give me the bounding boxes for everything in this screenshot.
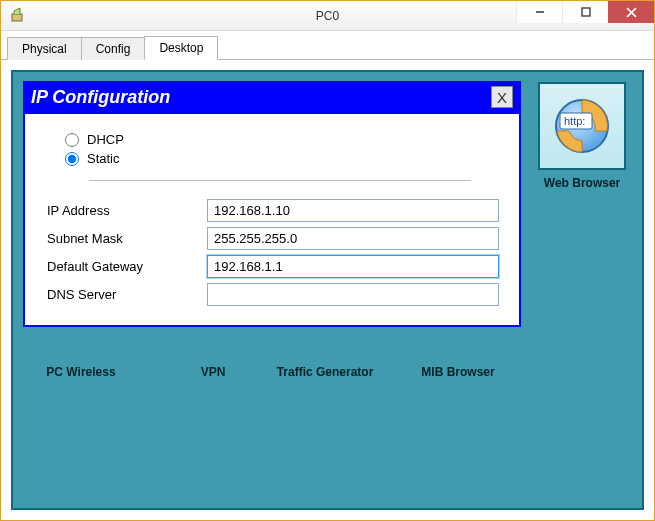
default-gateway-row: Default Gateway (43, 255, 501, 278)
desktop-icon-pc-wireless[interactable]: PC Wireless (31, 365, 131, 381)
svg-rect-0 (12, 14, 22, 21)
window-controls (516, 1, 654, 23)
divider (89, 180, 471, 181)
vpn-label: VPN (201, 365, 226, 381)
dns-server-label: DNS Server (43, 287, 207, 302)
ip-configuration-dialog: IP Configuration X DHCP Static IP Addres… (23, 81, 521, 327)
http-badge-text: http: (564, 115, 585, 127)
tab-physical[interactable]: Physical (7, 37, 82, 60)
web-browser-icon: http: (538, 82, 626, 170)
tab-strip: Physical Config Desktop (1, 31, 654, 60)
pc-wireless-label: PC Wireless (46, 365, 115, 381)
traffic-generator-label: Traffic Generator (277, 365, 374, 381)
static-label: Static (87, 151, 120, 166)
subnet-mask-input[interactable] (207, 227, 499, 250)
dialog-body: DHCP Static IP Address Subnet Mask Defau… (25, 114, 519, 325)
static-option[interactable]: Static (65, 151, 501, 166)
app-icon (7, 5, 29, 27)
dhcp-radio[interactable] (65, 133, 79, 147)
dns-server-row: DNS Server (43, 283, 501, 306)
ip-address-input[interactable] (207, 199, 499, 222)
static-radio[interactable] (65, 152, 79, 166)
desktop-icon-traffic-generator[interactable]: Traffic Generator (275, 365, 375, 381)
desktop-icon-web-browser[interactable]: http: Web Browser (532, 82, 632, 192)
dialog-title: IP Configuration (31, 87, 170, 108)
dns-server-input[interactable] (207, 283, 499, 306)
desktop-area: IP Configuration X DHCP Static IP Addres… (11, 70, 644, 510)
subnet-mask-row: Subnet Mask (43, 227, 501, 250)
web-browser-label: Web Browser (544, 176, 620, 192)
dialog-titlebar: IP Configuration X (25, 83, 519, 114)
desktop-icon-vpn[interactable]: VPN (163, 365, 263, 381)
minimize-button[interactable] (516, 1, 562, 23)
subnet-mask-label: Subnet Mask (43, 231, 207, 246)
tab-config[interactable]: Config (81, 37, 146, 60)
dhcp-label: DHCP (87, 132, 124, 147)
desktop-icon-mib-browser[interactable]: MIB Browser (408, 365, 508, 381)
dialog-close-button[interactable]: X (491, 86, 513, 108)
desktop-container: IP Configuration X DHCP Static IP Addres… (1, 60, 654, 520)
window-titlebar: PC0 (1, 1, 654, 31)
maximize-button[interactable] (562, 1, 608, 23)
default-gateway-input[interactable] (207, 255, 499, 278)
mib-browser-label: MIB Browser (421, 365, 494, 381)
dhcp-option[interactable]: DHCP (65, 132, 501, 147)
tab-desktop[interactable]: Desktop (144, 36, 218, 60)
svg-rect-2 (582, 8, 590, 16)
close-button[interactable] (608, 1, 654, 23)
ip-address-label: IP Address (43, 203, 207, 218)
default-gateway-label: Default Gateway (43, 259, 207, 274)
ip-address-row: IP Address (43, 199, 501, 222)
